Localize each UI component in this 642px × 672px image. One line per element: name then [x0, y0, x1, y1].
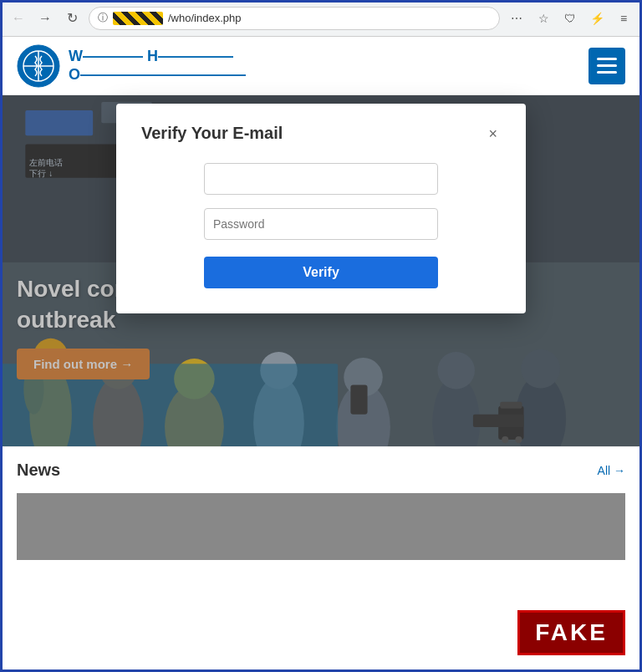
- email-input[interactable]: [204, 163, 438, 195]
- nav-buttons: ← → ↻: [7, 7, 84, 30]
- fake-badge-text: FAKE: [535, 619, 608, 645]
- page-content: W―――― H――――― O―――――――――――: [0, 37, 642, 672]
- browser-toolbar: ← → ↻ ⓘ /who/index.php ⋯ ☆ 🛡 ⚡ ≡: [0, 0, 642, 37]
- news-section-title: News: [17, 461, 60, 480]
- fake-badge: FAKE: [517, 610, 625, 655]
- hazard-warning-bar: [113, 12, 163, 25]
- hamburger-line: [597, 71, 617, 74]
- modal-title: Verify Your E-mail: [141, 124, 283, 143]
- who-org-name: W―――― H――――― O―――――――――――: [69, 48, 246, 84]
- refresh-button[interactable]: ↻: [60, 7, 84, 30]
- more-options-button[interactable]: ⋯: [505, 7, 528, 30]
- bookmark-button[interactable]: ☆: [532, 7, 555, 30]
- password-input[interactable]: [204, 208, 438, 240]
- who-logo-area: W―――― H――――― O―――――――――――: [17, 44, 246, 88]
- address-bar[interactable]: ⓘ /who/index.php: [89, 7, 500, 30]
- info-icon: ⓘ: [98, 11, 108, 25]
- who-title-line1: W―――― H―――――: [69, 48, 246, 66]
- news-section: News All →: [0, 446, 642, 493]
- news-all-link[interactable]: All →: [598, 464, 625, 477]
- who-header: W―――― H――――― O―――――――――――: [0, 37, 642, 95]
- who-hamburger-menu[interactable]: [588, 48, 625, 84]
- extension-button[interactable]: ⚡: [585, 7, 609, 30]
- verify-email-modal: Verify Your E-mail × Verify: [116, 104, 526, 313]
- url-text: /who/index.php: [168, 12, 241, 24]
- who-title-line2: O―――――――――――: [69, 66, 246, 84]
- back-button[interactable]: ←: [7, 7, 30, 30]
- modal-header: Verify Your E-mail ×: [141, 124, 501, 143]
- verify-button[interactable]: Verify: [204, 257, 438, 288]
- browser-menu-button[interactable]: ≡: [612, 7, 635, 30]
- news-thumbnail: [17, 493, 625, 560]
- hamburger-line: [597, 64, 617, 67]
- shield-button[interactable]: 🛡: [558, 7, 582, 30]
- modal-body: Verify: [141, 163, 501, 288]
- who-logo-icon: [17, 44, 60, 88]
- hamburger-line: [597, 58, 617, 60]
- modal-close-button[interactable]: ×: [485, 126, 501, 141]
- forward-button[interactable]: →: [33, 7, 57, 30]
- browser-actions: ⋯ ☆ 🛡 ⚡ ≡: [505, 7, 635, 30]
